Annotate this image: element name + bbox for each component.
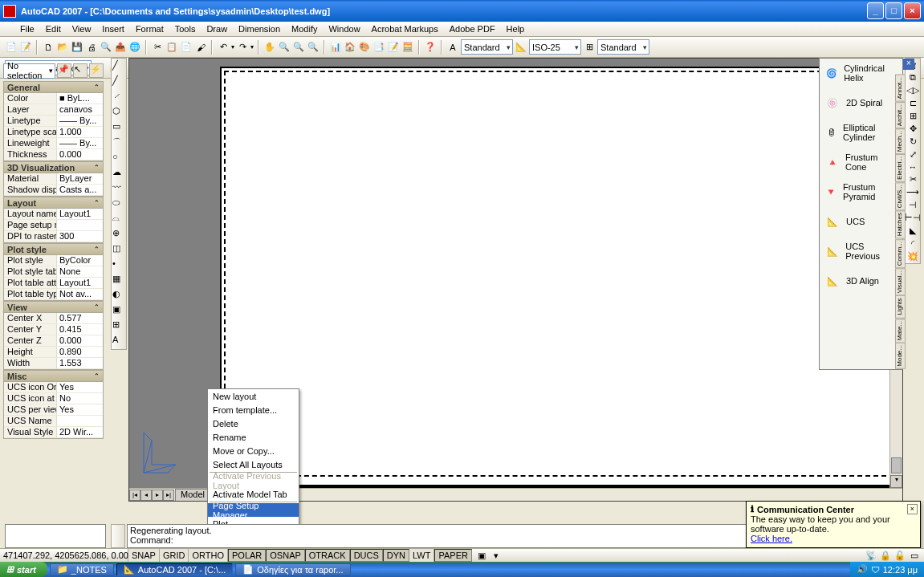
chamfer-icon[interactable]: ◣ — [910, 226, 916, 236]
extend-icon[interactable]: ⟶ — [906, 187, 919, 197]
property-row[interactable]: Plot styleByColor — [4, 255, 103, 266]
xline-icon[interactable]: ╱ — [112, 75, 125, 88]
fillet-icon[interactable]: ◜ — [911, 238, 914, 249]
context-menu-item[interactable]: Move or Copy... — [208, 444, 299, 457]
status-toggle-ducs[interactable]: DUCS — [350, 549, 383, 562]
palette-side-tab[interactable]: Comm... — [895, 239, 906, 268]
palette-item[interactable]: 🍥2D Spiral — [820, 88, 902, 118]
palette-item[interactable]: 🌀Cylindrical Helix — [820, 59, 902, 88]
property-row[interactable]: Color■ ByL... — [4, 93, 103, 104]
help-icon[interactable]: ❓ — [424, 41, 437, 54]
select-objects-icon[interactable]: ↖ — [73, 63, 88, 78]
section-header-vis3d[interactable]: 3D Visualization⌃ — [3, 161, 104, 173]
redo-icon[interactable]: ↷ — [236, 41, 249, 54]
section-header-general[interactable]: General⌃ — [3, 81, 104, 93]
close-button[interactable]: × — [904, 2, 921, 19]
task-autocad[interactable]: 📐AutoCAD 2007 - [C:\... — [116, 563, 233, 576]
property-value[interactable]: None — [57, 266, 103, 277]
palette-side-tab[interactable]: Mech... — [895, 128, 906, 154]
menu-format[interactable]: Format — [130, 22, 169, 35]
palette-side-tab[interactable]: Civil/S... — [895, 182, 906, 210]
comm-link[interactable]: Click here. — [751, 534, 792, 543]
menu-modify[interactable]: Modify — [286, 22, 323, 35]
property-value[interactable]: —— By... — [57, 116, 103, 126]
comm-close-icon[interactable]: × — [907, 504, 918, 514]
property-row[interactable]: UCS icon OnYes — [4, 382, 103, 393]
context-menu-item[interactable]: From template... — [208, 403, 299, 416]
property-value[interactable]: 0.000 — [57, 335, 103, 346]
property-row[interactable]: Plot table attach...Layout1 — [4, 278, 103, 289]
palette-item[interactable]: 📐UCS — [820, 207, 902, 237]
trim-icon[interactable]: ✂ — [910, 174, 917, 185]
insert-icon[interactable]: ⊕ — [112, 228, 125, 241]
status-toggle-otrack[interactable]: OTRACK — [305, 549, 350, 562]
new-icon[interactable]: 🗋 — [42, 41, 55, 54]
toolbar-lock-icon[interactable]: 🔓 — [893, 549, 906, 562]
zoom-win-icon[interactable]: 🔍 — [292, 41, 305, 54]
pline-icon[interactable]: ⟋ — [112, 91, 125, 104]
mtext-icon[interactable]: A — [112, 335, 125, 347]
property-row[interactable]: Linetype scale1.000 — [4, 127, 103, 138]
property-value[interactable]: Layout1 — [57, 278, 103, 288]
menu-window[interactable]: Window — [323, 22, 365, 35]
status-toggle-polar[interactable]: POLAR — [228, 549, 266, 562]
palette-item[interactable]: 📐3D Align — [820, 266, 902, 296]
palette-side-tab[interactable]: Lights — [895, 295, 906, 319]
copy-icon[interactable]: 📋 — [165, 41, 178, 54]
tab-prev-button[interactable]: ◂ — [140, 490, 152, 501]
property-value[interactable]: 0.415 — [57, 324, 103, 335]
plot-icon[interactable]: 🖨 — [85, 41, 98, 54]
open-icon[interactable]: 📂 — [56, 41, 69, 54]
pdf-icon[interactable]: 📄 — [5, 41, 18, 54]
property-row[interactable]: Height0.890 — [4, 347, 103, 358]
status-toggle-ortho[interactable]: ORTHO — [189, 549, 228, 562]
palette-side-tab[interactable]: Annot... — [895, 75, 906, 102]
lock-icon[interactable]: 🔒 — [879, 549, 892, 562]
property-row[interactable]: Thickness0.000 — [4, 149, 103, 161]
tab-first-button[interactable]: |◂ — [129, 490, 140, 501]
property-row[interactable]: Layercanavos — [4, 104, 103, 116]
save-icon[interactable]: 💾 — [71, 41, 83, 54]
markup-mgr-icon[interactable]: 📝 — [387, 41, 400, 54]
cut-icon[interactable]: ✂ — [151, 41, 164, 54]
section-header-misc[interactable]: Misc⌃ — [3, 370, 104, 382]
property-row[interactable]: Visual Style2D Wir... — [4, 427, 103, 438]
property-row[interactable]: Center Y0.415 — [4, 324, 103, 335]
model-paper-toggle-icon[interactable]: ▣ — [475, 549, 488, 562]
tab-model[interactable]: Model — [175, 489, 210, 501]
menu-dimension[interactable]: Dimension — [233, 22, 286, 35]
section-header-plot[interactable]: Plot style⌃ — [3, 243, 104, 255]
menu-tools[interactable]: Tools — [169, 22, 201, 35]
zoom-prev-icon[interactable]: 🔍 — [307, 41, 320, 54]
property-row[interactable]: Shadow displayCasts a... — [4, 185, 103, 196]
context-menu-item[interactable]: Page Setup Manager... — [208, 503, 299, 517]
textstyle-icon[interactable]: A — [446, 41, 459, 54]
property-value[interactable]: 300 — [57, 231, 103, 242]
quick-select-icon[interactable]: ⚡ — [89, 63, 104, 78]
undo-icon[interactable]: ↶ — [217, 41, 230, 54]
context-menu-item[interactable]: Delete — [208, 416, 299, 430]
palette-side-tab[interactable]: Mate... — [895, 319, 906, 343]
move-icon[interactable]: ✥ — [910, 124, 917, 134]
menu-insert[interactable]: Insert — [96, 22, 130, 35]
status-toggle-dyn[interactable]: DYN — [383, 549, 409, 562]
property-row[interactable]: UCS Name — [4, 416, 103, 427]
status-toggle-paper[interactable]: PAPER — [434, 549, 471, 562]
property-value[interactable]: 0.000 — [57, 149, 103, 160]
publish-icon[interactable]: 📤 — [114, 41, 127, 54]
menu-edit[interactable]: Edit — [40, 22, 67, 35]
revcloud-icon[interactable]: ☁ — [112, 167, 125, 180]
minimize-button[interactable]: _ — [867, 2, 884, 19]
property-value[interactable] — [57, 220, 103, 230]
dcenter-icon[interactable]: 🏠 — [344, 41, 356, 54]
gradient-icon[interactable]: ◐ — [112, 289, 125, 302]
menu-file[interactable]: File — [14, 22, 40, 35]
property-value[interactable]: ByLayer — [57, 173, 103, 184]
tab-next-button[interactable]: ▸ — [152, 490, 163, 501]
point-icon[interactable]: • — [112, 258, 125, 271]
property-value[interactable]: ■ ByL... — [57, 93, 103, 104]
status-toggle-osnap[interactable]: OSNAP — [266, 549, 305, 562]
context-menu-item[interactable]: Select All Layouts — [208, 457, 299, 471]
spline-icon[interactable]: 〰 — [112, 182, 125, 195]
system-tray[interactable]: 🔊 🛡 12:23 μμ — [850, 562, 924, 577]
